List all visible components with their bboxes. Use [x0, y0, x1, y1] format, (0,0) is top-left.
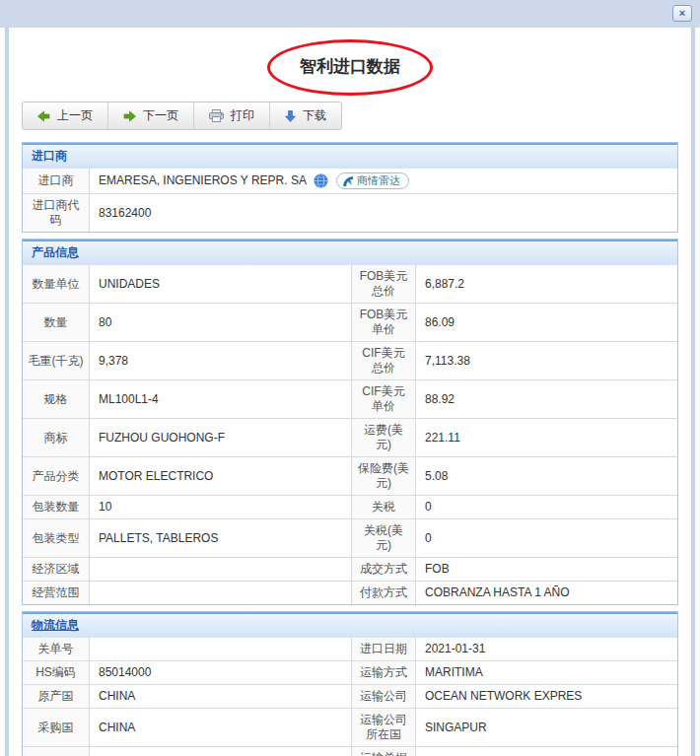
field-label: 运输方式	[352, 660, 416, 684]
field-label: 保险费(美元)	[352, 456, 416, 495]
field-label: 原产国	[23, 684, 90, 708]
section-table-importer: 进口商EMARESA, INGENIEROS Y REPR. SA 商情雷达 进…	[23, 169, 677, 232]
field-value-text: MOTOR ELECTRICO	[99, 469, 213, 484]
field-value	[90, 581, 352, 604]
field-value-text: SINGAPUR	[425, 721, 487, 735]
field-label: FOB美元总价	[352, 265, 416, 303]
field-label: 运费(美元)	[352, 418, 416, 456]
field-value-text: COBRANZA HASTA 1 AÑO	[425, 585, 569, 600]
field-value: 7,113.38	[416, 341, 677, 379]
field-label: 进口商	[23, 169, 90, 193]
field-value: 2021-01-31	[416, 638, 677, 660]
field-label: 进口日期	[352, 638, 416, 660]
field-label-text: 数量单位	[33, 277, 80, 292]
dialog-titlebar: ×	[0, 0, 700, 28]
section-importer: 进口商进口商EMARESA, INGENIEROS Y REPR. SA 商情雷…	[22, 142, 678, 233]
field-label: 运输公司所在国	[352, 708, 416, 746]
field-label: CIF美元总价	[352, 341, 416, 379]
field-label-text: 数量	[44, 315, 68, 330]
section-title-product: 产品信息	[32, 245, 79, 259]
field-value-text: 7,113.38	[425, 354, 470, 369]
field-value: 80	[90, 303, 352, 341]
field-value: MARITIMA	[416, 660, 677, 684]
field-value	[90, 557, 352, 581]
title-highlight-ellipse: 智利进口数据	[267, 39, 433, 96]
field-label: 成交方式	[352, 557, 416, 581]
field-value: OTROS PTOS.DE CHINA	[90, 746, 352, 756]
field-value: COBRANZA HASTA 1 AÑO	[416, 581, 677, 604]
radar-badge[interactable]: 商情雷达	[336, 172, 409, 189]
field-value-text: 221.11	[425, 431, 460, 446]
field-label: 经营范围	[23, 581, 90, 604]
field-label-text: 运输单据编号	[357, 751, 410, 756]
field-label-text: 进口日期	[360, 642, 407, 656]
field-value-text: 9,378	[99, 354, 128, 369]
field-label: 数量单位	[23, 265, 90, 303]
field-label-text: 包装数量	[33, 500, 80, 515]
globe-icon[interactable]	[314, 173, 328, 188]
field-label-text: 采购国	[38, 721, 74, 735]
field-value: 83162400	[90, 193, 677, 232]
field-label: 包装类型	[23, 518, 90, 557]
field-label-text: 运输公司	[360, 689, 407, 704]
field-value-text: PALLETS, TABLEROS	[99, 531, 218, 546]
section-table-product: 数量单位UNIDADESFOB美元总价6,887.2数量80FOB美元单价86.…	[23, 265, 677, 604]
field-value-text: EMARESA, INGENIEROS Y REPR. SA	[99, 173, 307, 188]
field-label-text: FOB美元单价	[357, 308, 410, 337]
field-label: 数量	[23, 303, 90, 341]
field-value: FOB	[416, 557, 677, 581]
download-button[interactable]: 下载	[269, 103, 341, 129]
field-label-text: 经济区域	[33, 562, 80, 577]
field-label-text: 进口商	[38, 173, 74, 188]
field-label: 经济区域	[23, 557, 90, 581]
arrow-down-icon	[285, 110, 296, 122]
next-page-label: 下一页	[143, 107, 178, 124]
download-label: 下载	[303, 107, 326, 124]
field-label: 启运港	[23, 746, 90, 756]
field-label-text: CIF美元单价	[357, 384, 410, 414]
field-value: OCEAN NETWORK EXPRES	[416, 684, 677, 708]
field-value-text: UNIDADES	[99, 277, 160, 292]
field-value: 5.08	[416, 456, 677, 495]
close-icon[interactable]: ×	[672, 5, 692, 22]
field-label-text: 运输方式	[360, 665, 407, 680]
field-label-text: 毛重(千克)	[29, 354, 84, 369]
field-label-text: 关税	[372, 500, 395, 515]
field-value: 221.11	[416, 418, 677, 456]
field-value: 0	[416, 495, 677, 518]
field-value-text: 0	[425, 531, 432, 546]
next-page-button[interactable]: 下一页	[107, 103, 193, 129]
field-value: EMARESA, INGENIEROS Y REPR. SA 商情雷达	[90, 169, 677, 193]
field-label: 采购国	[23, 708, 90, 746]
field-label-text: FOB美元总价	[357, 269, 410, 299]
field-value: ML100L1-4	[90, 379, 352, 418]
arrow-right-icon	[123, 110, 136, 122]
field-value: PALLETS, TABLEROS	[90, 518, 352, 557]
field-label: CIF美元单价	[352, 379, 416, 418]
field-label-text: 经营范围	[33, 585, 80, 600]
field-label: 产品分类	[23, 456, 90, 495]
prev-page-label: 上一页	[57, 107, 93, 124]
field-label: 包装数量	[23, 495, 90, 518]
field-label-text: 规格	[44, 392, 68, 407]
field-label: 商标	[23, 418, 90, 456]
field-value: 10	[90, 495, 352, 518]
title-area: 智利进口数据	[22, 39, 678, 96]
print-button[interactable]: 打印	[193, 103, 269, 129]
field-label-text: 产品分类	[33, 469, 80, 484]
field-label: 关税	[352, 495, 416, 518]
field-value-text: 6,887.2	[425, 277, 464, 292]
prev-page-button[interactable]: 上一页	[23, 103, 107, 129]
field-value-text: 2021-01-31	[425, 642, 485, 656]
section-header-product: 产品信息	[23, 240, 677, 265]
field-label-text: 成交方式	[360, 562, 407, 577]
print-label: 打印	[231, 107, 254, 124]
field-label-text: 包装类型	[33, 531, 80, 546]
section-header-importer: 进口商	[23, 143, 677, 169]
field-value-text: 80	[99, 315, 111, 330]
field-value-text: 10	[99, 500, 111, 515]
field-label-text: 原产国	[38, 689, 74, 704]
field-value-text: 88.92	[425, 392, 455, 407]
field-value: UNIDADES	[90, 265, 352, 303]
field-value-text: 86.09	[425, 315, 455, 330]
